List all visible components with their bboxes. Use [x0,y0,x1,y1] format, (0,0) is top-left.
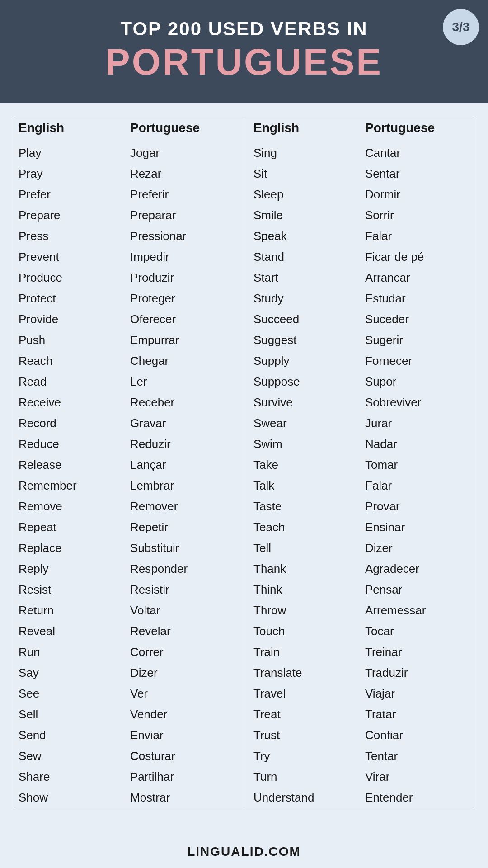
verb-portuguese: Supor [362,372,474,392]
verb-english: Travel [249,684,362,703]
column-divider [244,117,244,808]
verb-english: Resist [14,580,127,599]
verb-table: English Portuguese PlayJogarPrayRezarPre… [14,117,474,808]
verb-english: Share [14,767,127,787]
verb-english: Remove [14,497,127,516]
table-row: TurnVirar [249,766,474,787]
verb-portuguese: Arremessar [362,601,474,620]
verb-portuguese: Tocar [362,622,474,641]
verb-portuguese: Preferir [127,185,239,204]
verb-english: Touch [249,622,362,641]
table-row: StudyEstudar [249,288,474,309]
header-subtitle: TOP 200 USED VERBS IN [18,18,470,40]
verb-english: Survive [249,393,362,412]
verb-portuguese: Receber [127,393,239,412]
verb-portuguese: Oferecer [127,310,239,329]
table-row: ResistResistir [14,579,239,600]
table-row: SharePartilhar [14,766,239,787]
page-badge: 3/3 [443,9,479,45]
table-row: TellDizer [249,538,474,558]
verb-english: Taste [249,497,362,516]
verb-english: Talk [249,476,362,495]
verb-english: Sit [249,164,362,184]
verb-english: Study [249,289,362,308]
verb-portuguese: Pressionar [127,226,239,246]
table-row: PushEmpurrar [14,330,239,350]
verb-english: Think [249,580,362,599]
verb-english: Start [249,268,362,288]
verb-english: Record [14,414,127,433]
verb-english: Train [249,642,362,662]
verb-portuguese: Sugerir [362,330,474,350]
verb-portuguese: Ler [127,372,239,392]
table-row: StandFicar de pé [249,246,474,267]
verb-portuguese: Correr [127,642,239,662]
verb-english: Release [14,455,127,475]
verb-english: Pray [14,164,127,184]
verb-portuguese: Jurar [362,414,474,433]
right-headers: English Portuguese [249,117,474,139]
verb-english: Read [14,372,127,392]
table-row: ReadLer [14,371,239,392]
verb-portuguese: Treinar [362,642,474,662]
verb-english: Send [14,726,127,745]
left-header-portuguese: Portuguese [127,117,239,139]
verb-portuguese: Traduzir [362,663,474,683]
verb-english: Prefer [14,185,127,204]
verb-english: Translate [249,663,362,683]
verb-english: Sell [14,705,127,724]
table-row: ThrowArremessar [249,600,474,621]
header-title: PORTUGUESE [18,43,470,80]
table-row: ShowMostrar [14,787,239,808]
verb-portuguese: Chegar [127,351,239,371]
verb-english: Prevent [14,247,127,267]
table-row: TalkFalar [249,475,474,496]
verb-english: See [14,684,127,703]
verb-english: Replace [14,538,127,558]
verb-portuguese: Dizer [362,538,474,558]
verb-portuguese: Dormir [362,185,474,204]
content: English Portuguese PlayJogarPrayRezarPre… [0,103,488,835]
table-row: SurviveSobreviver [249,392,474,413]
table-row: SupposeSupor [249,371,474,392]
table-row: SwimNadar [249,434,474,454]
verb-english: Reach [14,351,127,371]
table-row: TryTentar [249,745,474,766]
verb-english: Suggest [249,330,362,350]
verb-english: Return [14,601,127,620]
verb-portuguese: Vender [127,705,239,724]
table-row: SpeakFalar [249,226,474,246]
verb-portuguese: Entender [362,788,474,807]
verb-english: Press [14,226,127,246]
verb-portuguese: Viajar [362,684,474,703]
table-row: SuggestSugerir [249,330,474,350]
table-row: ProvideOferecer [14,309,239,330]
verb-english: Prepare [14,206,127,225]
table-row: PreparePreparar [14,205,239,226]
verb-english: Provide [14,310,127,329]
verb-english: Throw [249,601,362,620]
verb-english: Turn [249,767,362,787]
verb-portuguese: Pensar [362,580,474,599]
header: 3/3 TOP 200 USED VERBS IN PORTUGUESE [0,0,488,103]
verb-english: Supply [249,351,362,371]
verb-portuguese: Sentar [362,164,474,184]
verb-english: Tell [249,538,362,558]
table-row: SingCantar [249,142,474,163]
verb-english: Trust [249,726,362,745]
table-row: SendEnviar [14,725,239,745]
verb-portuguese: Rezar [127,164,239,184]
verb-portuguese: Resistir [127,580,239,599]
table-row: SwearJurar [249,413,474,434]
table-row: TasteProvar [249,496,474,517]
table-row: TreatTratar [249,704,474,725]
left-headers: English Portuguese [14,117,239,139]
verb-portuguese: Gravar [127,414,239,433]
verb-portuguese: Ficar de pé [362,247,474,267]
table-row: ReturnVoltar [14,600,239,621]
verb-portuguese: Proteger [127,289,239,308]
verb-portuguese: Cantar [362,143,474,163]
table-row: ProduceProduzir [14,267,239,288]
right-verbs-list: SingCantarSitSentarSleepDormirSmileSorri… [249,142,474,808]
verb-english: Thank [249,559,362,579]
